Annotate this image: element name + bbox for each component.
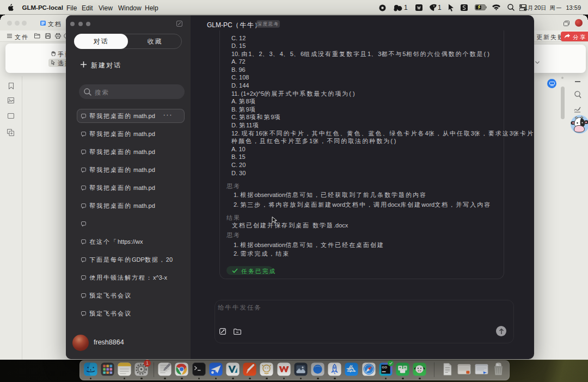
svg-text:GO: GO [382, 366, 387, 369]
